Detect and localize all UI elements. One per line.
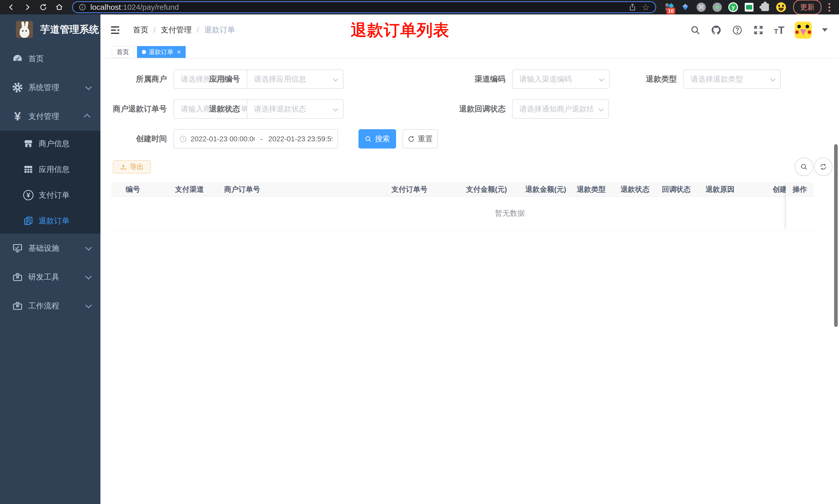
extension-puzzle-icon[interactable] bbox=[760, 2, 770, 12]
sidebar-item-label: 支付管理 bbox=[28, 111, 59, 122]
extension-y-icon[interactable]: y bbox=[728, 2, 738, 12]
filter-create-time: 创建时间 2022-01-23 00:00:00 - 2022-01-23 23… bbox=[111, 129, 338, 148]
sidebar-item-devtools[interactable]: 研发工具 bbox=[0, 263, 101, 291]
extensions-bar: 10 ⌘ y bbox=[662, 2, 788, 12]
sidebar-item-workflow[interactable]: 工作流程 bbox=[0, 291, 101, 320]
sidebar-item-pay-order[interactable]: ¥ 支付订单 bbox=[0, 182, 101, 208]
gear-icon bbox=[11, 82, 24, 94]
browser-toolbar: localhost:1024/pay/refund ☆ 10 ⌘ y 更新 bbox=[0, 0, 839, 14]
avatar[interactable] bbox=[795, 22, 812, 39]
notify-status-select[interactable] bbox=[512, 100, 609, 119]
app-logo-icon bbox=[16, 21, 33, 38]
tags-view: 首页 退款订单× bbox=[101, 46, 839, 58]
extension-tabs-icon[interactable]: 10 bbox=[664, 2, 674, 12]
breadcrumb: 首页 / 支付管理 / 退款订单 bbox=[133, 25, 235, 35]
filter-form: 所属商户 应用编号 渠道编码 退款类型 商户退款订单号 bbox=[111, 58, 828, 148]
app-select[interactable] bbox=[247, 70, 343, 89]
col-create-time: 创建时间 bbox=[767, 184, 786, 194]
address-bar[interactable]: localhost:1024/pay/refund ☆ bbox=[72, 1, 656, 13]
dashboard-icon bbox=[11, 53, 24, 65]
col-pay-order-no: 支付订单号 bbox=[386, 184, 461, 194]
breadcrumb-payment[interactable]: 支付管理 bbox=[161, 25, 192, 35]
sidebar-item-label: 首页 bbox=[28, 54, 44, 64]
sidebar-item-label: 商户信息 bbox=[39, 139, 70, 149]
col-merchant-order-no: 商户订单号 bbox=[219, 184, 386, 194]
shop-icon bbox=[23, 138, 34, 149]
grid-icon bbox=[23, 164, 34, 175]
sidebar-item-merchant-info[interactable]: 商户信息 bbox=[0, 131, 101, 157]
refresh-button[interactable] bbox=[814, 158, 833, 176]
sidebar-item-label: 支付订单 bbox=[39, 190, 70, 200]
yen-icon: ¥ bbox=[11, 110, 24, 123]
sidebar-item-label: 系统管理 bbox=[28, 83, 59, 93]
caret-down-icon[interactable] bbox=[822, 28, 828, 32]
filter-channel: 渠道编码 bbox=[431, 70, 610, 89]
url-text: localhost:1024/pay/refund bbox=[90, 3, 624, 12]
search-icon[interactable] bbox=[690, 25, 700, 35]
extension-emoji-icon[interactable] bbox=[776, 2, 786, 12]
col-notify-status: 回调状态 bbox=[657, 184, 700, 194]
chevron-down-icon bbox=[85, 84, 92, 90]
sidebar-item-refund-order[interactable]: 退款订单 bbox=[0, 208, 101, 234]
fullscreen-icon[interactable] bbox=[753, 25, 764, 36]
help-icon[interactable] bbox=[732, 25, 743, 36]
extension-chat-icon[interactable] bbox=[744, 2, 754, 12]
tag-home[interactable]: 首页 bbox=[112, 46, 134, 58]
sidebar-item-app-info[interactable]: 应用信息 bbox=[0, 157, 101, 182]
breadcrumb-current: 退款订单 bbox=[204, 25, 235, 35]
page-title: 退款订单列表 bbox=[351, 19, 450, 41]
payment-submenu: 商户信息 应用信息 ¥ 支付订单 退款订单 bbox=[0, 131, 101, 234]
sidebar-item-label: 基础设施 bbox=[28, 243, 59, 254]
browser-update-button[interactable]: 更新 bbox=[793, 0, 821, 15]
home-icon[interactable] bbox=[53, 2, 66, 13]
clock-icon bbox=[179, 135, 187, 143]
empty-text: 暂无数据 bbox=[495, 208, 525, 218]
empty-row: 暂无数据 bbox=[111, 197, 814, 230]
col-actions: 操作 bbox=[786, 184, 814, 194]
extension-gem-icon[interactable] bbox=[680, 2, 690, 12]
font-size-icon[interactable]: TT bbox=[774, 25, 784, 35]
table-toolbar: 导出 bbox=[111, 160, 828, 174]
back-icon[interactable] bbox=[5, 2, 18, 13]
browser-menu-icon[interactable] bbox=[824, 2, 834, 13]
info-icon[interactable] bbox=[78, 3, 86, 11]
sidebar-item-infra[interactable]: 基础设施 bbox=[0, 234, 101, 263]
app-logo[interactable]: 芋道管理系统 bbox=[0, 14, 101, 44]
refund-type-select[interactable] bbox=[683, 70, 781, 89]
channel-select[interactable] bbox=[512, 70, 610, 89]
sidebar-item-label: 应用信息 bbox=[39, 164, 70, 175]
close-icon[interactable]: × bbox=[177, 49, 181, 55]
bookmark-star-icon[interactable]: ☆ bbox=[642, 3, 650, 12]
hamburger-icon[interactable] bbox=[110, 25, 121, 36]
filter-notify-status: 退款回调状态 bbox=[431, 100, 609, 119]
export-button[interactable]: 导出 bbox=[113, 160, 151, 174]
sidebar-item-label: 工作流程 bbox=[28, 301, 59, 311]
sidebar-item-label: 研发工具 bbox=[28, 272, 59, 282]
extension-command-icon[interactable]: ⌘ bbox=[696, 2, 706, 12]
reset-button[interactable]: 重置 bbox=[403, 129, 438, 148]
chevron-down-icon bbox=[85, 244, 92, 250]
sidebar-item-payment[interactable]: ¥ 支付管理 bbox=[0, 102, 101, 131]
refund-status-select[interactable] bbox=[247, 100, 343, 119]
extension-record-icon[interactable] bbox=[712, 2, 722, 12]
chevron-down-icon bbox=[85, 273, 92, 279]
date-range-picker[interactable]: 2022-01-23 00:00:00 - 2022-01-23 23:59:5… bbox=[174, 129, 338, 148]
refund-doc-icon bbox=[23, 215, 34, 227]
sidebar-item-home[interactable]: 首页 bbox=[0, 44, 101, 73]
sidebar-item-system[interactable]: 系统管理 bbox=[0, 73, 101, 102]
vertical-scrollbar[interactable] bbox=[834, 144, 838, 327]
filter-app: 应用编号 bbox=[169, 70, 343, 89]
reload-icon[interactable] bbox=[37, 2, 50, 13]
github-icon[interactable] bbox=[711, 25, 721, 36]
sidebar-item-label: 退款订单 bbox=[39, 216, 70, 226]
breadcrumb-home[interactable]: 首页 bbox=[133, 25, 148, 35]
col-id: 编号 bbox=[111, 184, 170, 194]
show-search-button[interactable] bbox=[795, 158, 813, 176]
filter-refund-type: 退款类型 bbox=[601, 70, 781, 89]
search-button[interactable]: 搜索 bbox=[358, 129, 396, 148]
col-refund-type: 退款类型 bbox=[572, 184, 615, 194]
refund-table: 编号 支付渠道 商户订单号 支付订单号 支付金额(元) 退款金额(元) 退款类型… bbox=[111, 182, 814, 230]
forward-icon[interactable] bbox=[21, 2, 34, 13]
share-icon[interactable] bbox=[629, 3, 636, 11]
tag-refund-order[interactable]: 退款订单× bbox=[137, 46, 186, 58]
